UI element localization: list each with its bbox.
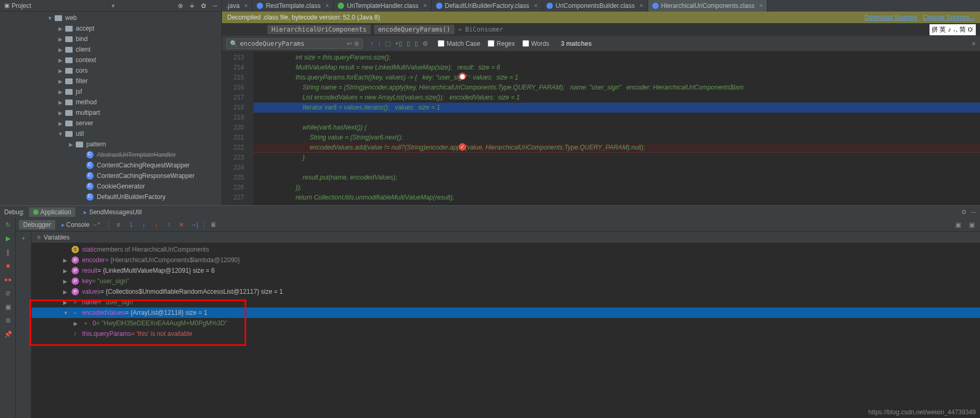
breadcrumb-lambda[interactable]: → BiConsumer — [458, 26, 503, 33]
breakpoints-icon[interactable]: ●● — [0, 273, 16, 286]
threads-icon[interactable]: ≡ — [113, 221, 124, 228]
evaluate-icon[interactable]: 🖩 — [208, 221, 219, 228]
download-sources-link[interactable]: Download Sources — [865, 14, 918, 21]
tab--java[interactable]: .java× — [222, 0, 252, 12]
project-sidebar: ▣ Project ▾ ⊕ ≑ ✿ ─ ▼web▶accept▶bind▶cli… — [0, 0, 222, 205]
match-count: 3 matches — [561, 40, 592, 47]
bars-icon: ≡ — [37, 234, 41, 241]
settings-icon[interactable]: ✿ — [201, 2, 206, 9]
tree-item-web[interactable]: ▼web — [0, 13, 221, 23]
project-header: ▣ Project ▾ ⊕ ≑ ✿ ─ — [0, 0, 221, 12]
run-to-cursor-icon[interactable]: →| — [189, 221, 199, 228]
filter-icon[interactable]: ▯ — [415, 40, 418, 47]
tree-item-contentcachingresponsewrapper[interactable]: ContentCachingResponseWrapper — [0, 171, 221, 181]
tree-item-defaulturibuilderfactory[interactable]: DefaultUriBuilderFactory — [0, 192, 221, 202]
stop-icon[interactable]: ■ — [0, 259, 16, 273]
rerun-icon[interactable]: ↻ — [0, 218, 16, 232]
tab-defaulturibuilderfactory-class[interactable]: DefaultUriBuilderFactory.class× — [432, 0, 543, 12]
ime-indicator: 拼 英 ♪ ⸴, 简 ⚙ — [930, 24, 976, 35]
var-this-queryParams[interactable]: ƒthis.queryParams = 'this' is not availa… — [32, 329, 980, 339]
tree-item-method[interactable]: ▶method — [0, 97, 221, 107]
close-find-icon[interactable]: × — [972, 39, 976, 48]
add-watch-icon[interactable]: + — [16, 232, 31, 245]
tab-debugger[interactable]: Debugger — [19, 220, 55, 230]
project-tree[interactable]: ▼web▶accept▶bind▶client▶context▶cors▶fil… — [0, 12, 221, 205]
search-input[interactable] — [240, 40, 347, 47]
tree-item-contentcachingrequestwrapper[interactable]: ContentCachingRequestWrapper — [0, 160, 221, 171]
tab-hierarchicaluricomponents-class[interactable]: HierarchicalUriComponents.class× — [648, 0, 767, 12]
tree-item-cors[interactable]: ▶cors — [0, 65, 221, 76]
breakpoint-active-icon[interactable]: ✓ — [459, 143, 466, 151]
step-into-icon[interactable]: ↓ — [138, 221, 149, 228]
variables-panel[interactable]: Sstatic members of HierarchicalUriCompon… — [32, 243, 980, 418]
tree-item-cookiegenerator[interactable]: CookieGenerator — [0, 181, 221, 192]
tree-item-pattern[interactable]: ▶pattern — [0, 139, 221, 150]
tree-item-accept[interactable]: ▶accept — [0, 23, 221, 34]
var-name[interactable]: ▶≡name = "user_sign" — [32, 297, 980, 307]
restore-layout-icon[interactable]: ▣ — [953, 221, 963, 228]
tab-uricomponentsbuilder-class[interactable]: UriComponentsBuilder.class× — [542, 0, 648, 12]
pause-icon[interactable]: ‖ — [0, 245, 16, 259]
next-match-icon[interactable]: ↓ — [378, 40, 381, 47]
warning-icon: ↑ — [466, 73, 473, 80]
debug-tab-sendmessages[interactable]: ▸SendMessagesUtil — [79, 207, 146, 217]
add-selection-icon[interactable]: +▯ — [395, 40, 402, 47]
mute-icon[interactable]: ⊘ — [0, 286, 16, 300]
var-encoder[interactable]: ▶Pencoder = {HierarchicalUriComponents$l… — [32, 255, 980, 265]
banner-text: Decompiled .class file, bytecode version… — [227, 14, 380, 21]
layout-icon[interactable]: ▣ — [0, 300, 16, 314]
pin-icon[interactable]: ⚙ — [0, 314, 16, 327]
tab-console[interactable]: ▸ Console →* — [57, 220, 104, 230]
var-0[interactable]: ▶≡0 = "HwyElH35eDEEXnEA4AugM+M0PgM%3D" — [32, 318, 980, 329]
step-out-icon[interactable]: ↑ — [164, 221, 174, 228]
find-bar: 🔍 ↩ ⊗ ↑ ↓ ⬚ +▯ ▯ ▯ ⚙ Match Case Regex Wo… — [222, 36, 980, 52]
find-settings-icon[interactable]: ⚙ — [422, 40, 428, 47]
code-content[interactable]: int size = this.queryParams.size(); Mult… — [254, 52, 980, 205]
prev-match-icon[interactable]: ↑ — [370, 40, 373, 47]
debug-hide-icon[interactable]: ─ — [971, 208, 976, 216]
debug-settings-icon[interactable]: ⚙ — [961, 208, 967, 216]
remove-selection-icon[interactable]: ▯ — [407, 40, 410, 47]
resume-icon[interactable]: ▶ — [0, 232, 16, 245]
clear-icon[interactable]: ⊗ — [354, 40, 359, 47]
step-over-icon[interactable]: ⤵ — [126, 221, 136, 228]
tab-uritemplatehandler-class[interactable]: UriTemplateHandler.class× — [334, 0, 431, 12]
hide-icon[interactable]: ─ — [213, 2, 217, 9]
breakpoint-icon[interactable]: ⬤ — [459, 73, 466, 80]
breadcrumb-method[interactable]: encodeQueryParams() — [374, 25, 454, 34]
match-case-checkbox[interactable]: Match Case — [438, 40, 480, 47]
select-all-icon[interactable]: ⬚ — [385, 40, 391, 47]
history-icon[interactable]: ↩ — [347, 40, 352, 47]
debug-left-toolbar: ↻ ▶ ‖ ■ ●● ⊘ ▣ ⚙ 📌 — [0, 218, 16, 418]
code-editor[interactable]: 2132142152162172182192202212222232242252… — [222, 52, 980, 205]
debug-tab-application[interactable]: Application — [29, 207, 76, 217]
dropdown-icon[interactable]: ▾ — [112, 2, 115, 9]
project-icon: ▣ — [4, 2, 9, 9]
words-checkbox[interactable]: Words — [522, 40, 549, 47]
tree-item-multipart[interactable]: ▶multipart — [0, 107, 221, 118]
settings2-icon[interactable]: ▣ — [966, 221, 977, 228]
tree-item-client[interactable]: ▶client — [0, 44, 221, 55]
tree-item-abstracturitemplatehandler[interactable]: AbstractUriTemplateHandler — [0, 150, 221, 160]
force-step-into-icon[interactable]: ↓ — [151, 221, 161, 228]
tree-item-bind[interactable]: ▶bind — [0, 34, 221, 44]
tree-item-context[interactable]: ▶context — [0, 55, 221, 65]
more-icon[interactable]: 📌 — [0, 327, 16, 341]
tree-item-filter[interactable]: ▶filter — [0, 76, 221, 86]
drop-frame-icon[interactable]: ✕ — [176, 221, 187, 228]
breadcrumb-class[interactable]: HierarchicalUriComponents — [267, 25, 371, 34]
choose-sources-link[interactable]: Choose Sources... — [923, 14, 975, 21]
var-static[interactable]: Sstatic members of HierarchicalUriCompon… — [32, 244, 980, 255]
tree-item-jsf[interactable]: ▶jsf — [0, 86, 221, 97]
var-key[interactable]: ▶Pkey = "user_sign" — [32, 276, 980, 286]
tree-item-util[interactable]: ▼util — [0, 128, 221, 139]
target-icon[interactable]: ⊕ — [178, 2, 183, 9]
regex-checkbox[interactable]: Regex — [488, 40, 515, 47]
tree-item-server[interactable]: ▶server — [0, 118, 221, 128]
var-values[interactable]: ▶Pvalues = {Collections$UnmodifiableRand… — [32, 286, 980, 297]
tab-resttemplate-class[interactable]: RestTemplate.class× — [252, 0, 334, 12]
var-result[interactable]: ▶Presult = {LinkedMultiValueMap@12091} s… — [32, 265, 980, 276]
var-encodedValues[interactable]: ▼≡encodedValues = {ArrayList@12118} size… — [32, 307, 980, 318]
collapse-icon[interactable]: ≑ — [189, 2, 195, 9]
breadcrumb: HierarchicalUriComponents encodeQueryPar… — [222, 23, 980, 36]
